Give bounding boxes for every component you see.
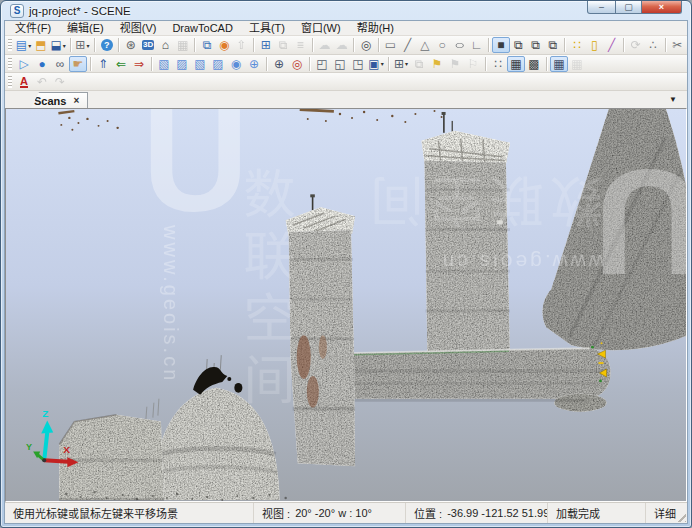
density-high-button[interactable]: ▩ <box>525 56 543 72</box>
3d-viewport[interactable]: Z X Y U www.geois.cn 数联空间 www.geois.cn 数… <box>5 108 687 502</box>
maximize-button[interactable]: ▢ <box>615 1 642 14</box>
pointcloud-tower-left <box>286 194 355 466</box>
webshare-button[interactable]: ◉ <box>216 37 233 53</box>
save-project-dropdown-icon[interactable]: ▾ <box>63 42 66 49</box>
density-low-button[interactable]: ∷ <box>489 56 507 72</box>
save-project-button[interactable]: ⬓▾ <box>49 37 66 53</box>
previous-view-button[interactable]: ◳ <box>349 56 367 72</box>
tab-scans[interactable]: Scans × <box>19 92 88 108</box>
look-at-point-button[interactable]: ◎ <box>288 56 306 72</box>
toolbar-grip[interactable] <box>8 58 12 70</box>
status-detail[interactable]: 详细 <box>645 503 687 523</box>
selection-mode-button[interactable]: ■ <box>492 37 509 53</box>
measure-height-icon: ▯ <box>591 39 598 51</box>
fly-mode-button[interactable]: ▷ <box>15 56 33 72</box>
select-polygon-button[interactable]: △ <box>416 37 433 53</box>
view-3d-button[interactable]: 3D <box>140 37 157 53</box>
toolbar-separator <box>118 38 119 52</box>
toolbar-grip[interactable] <box>8 39 12 51</box>
pointcloud-tower-right <box>421 112 510 365</box>
select-rectangle-button[interactable]: ▭ <box>382 37 399 53</box>
select-ellipse-icon: ○ <box>454 39 465 51</box>
annotate-text-button[interactable]: A <box>15 74 33 90</box>
tab-bar: Scans × ▼ <box>5 91 687 108</box>
select-add-icon: ⧉ <box>514 39 523 51</box>
new-project-button[interactable]: ▤▾ <box>15 37 32 53</box>
settings-3d-button[interactable]: ⊛ <box>122 37 139 53</box>
resize-grip[interactable] <box>676 512 686 522</box>
tab-overflow-icon[interactable]: ▼ <box>669 95 677 104</box>
move-forward-button[interactable]: ⇑ <box>94 56 112 72</box>
print-button[interactable]: ⊞▾ <box>74 37 91 53</box>
zoom-selection-button[interactable]: ◱ <box>331 56 349 72</box>
doc-panel-button: ⧉ <box>274 37 291 53</box>
project-manager-button[interactable]: ⧉ <box>198 37 215 53</box>
toolbar-grip[interactable] <box>8 76 12 88</box>
grid-settings-button[interactable]: ⊞▾ <box>392 56 410 72</box>
measure-height-button[interactable]: ▯ <box>586 37 603 53</box>
rotate-right-button[interactable]: ⇒ <box>130 56 148 72</box>
pan-mode-button[interactable]: ☛ <box>69 56 87 72</box>
select-corner-button[interactable]: ∟ <box>468 37 485 53</box>
menu-edit[interactable]: 编辑(E) <box>59 21 112 36</box>
select-intersect-icon: ⧉ <box>548 39 557 51</box>
planning-panel-icon: ⊞ <box>261 39 271 51</box>
measure-distance-button[interactable]: ╱ <box>603 37 620 53</box>
home-view-button[interactable]: ⌂ <box>157 37 174 53</box>
grid-settings-dropdown-icon[interactable]: ▾ <box>405 60 408 67</box>
menu-drawtocad[interactable]: DrawToCAD <box>164 21 241 36</box>
help-button[interactable]: ? <box>98 37 115 53</box>
density-medium-button[interactable]: ▦ <box>507 56 525 72</box>
status-bar: 使用光标键或鼠标左键来平移场景 视图 : 20° -20° w : 10° 位置… <box>5 502 687 523</box>
rotate-right-icon: ⇒ <box>134 58 144 70</box>
view-front-button[interactable]: ▨ <box>173 56 191 72</box>
close-button[interactable]: × <box>641 1 682 14</box>
select-line-button[interactable]: ╱ <box>399 37 416 53</box>
rotate-object-icon: ⟳ <box>631 39 641 51</box>
zoom-in-button[interactable]: ⊕ <box>270 56 288 72</box>
snapshot-button[interactable]: ◎ <box>357 37 374 53</box>
view-side-button[interactable]: ▧ <box>191 56 209 72</box>
named-views-dropdown-icon[interactable]: ▾ <box>381 60 384 67</box>
measure-points-button[interactable]: ∷ <box>568 37 585 53</box>
select-ellipse-button[interactable]: ○ <box>451 37 468 53</box>
menu-view[interactable]: 视图(V) <box>112 21 165 36</box>
planning-panel-button[interactable]: ⊞ <box>257 37 274 53</box>
zoom-fit-button[interactable]: ◰ <box>313 56 331 72</box>
view-top-button[interactable]: ▧ <box>155 56 173 72</box>
select-intersect-button[interactable]: ⧉ <box>544 37 561 53</box>
tab-close-icon[interactable]: × <box>73 96 79 106</box>
status-view-value: 20° -20° w : 10° <box>295 507 372 519</box>
window-title: jq-project* - SCENE <box>29 5 131 17</box>
undo-icon: ↶ <box>37 76 47 88</box>
world-view-button[interactable]: ● <box>33 56 51 72</box>
select-subtract-button[interactable]: ⧉ <box>527 37 544 53</box>
measure-distance-icon: ╱ <box>608 39 615 51</box>
color-points-button[interactable]: ▦ <box>550 56 568 72</box>
axis-z-label: Z <box>42 408 48 419</box>
axis-x-label: X <box>63 444 70 455</box>
view-sphere-button[interactable]: ◉ <box>227 56 245 72</box>
open-project-button[interactable]: ⬒ <box>32 37 49 53</box>
menu-help[interactable]: 帮助(H) <box>349 21 402 36</box>
named-views-button[interactable]: ▣▾ <box>367 56 385 72</box>
menu-window[interactable]: 窗口(W) <box>293 21 349 36</box>
view-iso-button[interactable]: ▨ <box>209 56 227 72</box>
add-flag-button[interactable]: ⚑ <box>428 56 446 72</box>
tab-scans-label: Scans <box>34 95 66 107</box>
print-dropdown-icon[interactable]: ▾ <box>86 42 89 49</box>
named-views-icon: ▣ <box>368 58 379 70</box>
menu-tools[interactable]: 工具(T) <box>241 21 293 36</box>
select-circle-icon: ○ <box>439 39 446 51</box>
examine-mode-button[interactable]: ∞ <box>51 56 69 72</box>
menu-file[interactable]: 文件(F) <box>7 21 59 36</box>
clipping-box-button[interactable]: ✂ <box>669 37 686 53</box>
title-bar[interactable]: S jq-project* - SCENE – ▢ × <box>4 1 688 20</box>
new-project-dropdown-icon[interactable]: ▾ <box>28 42 31 49</box>
minimize-button[interactable]: – <box>587 1 616 14</box>
point-picker-button[interactable]: ∴ <box>644 37 661 53</box>
select-circle-button[interactable]: ○ <box>434 37 451 53</box>
select-add-button[interactable]: ⧉ <box>510 37 527 53</box>
view-globe-button[interactable]: ⊕ <box>245 56 263 72</box>
rotate-left-button[interactable]: ⇐ <box>112 56 130 72</box>
